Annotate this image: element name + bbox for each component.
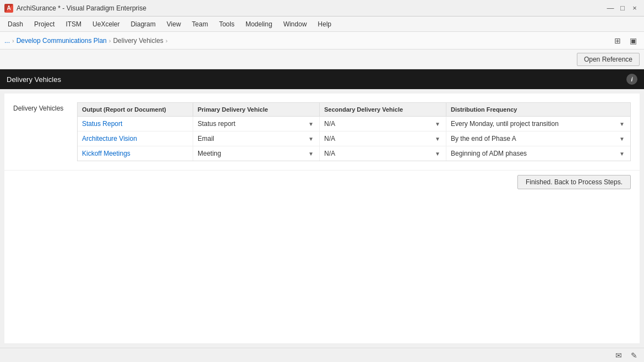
col-primary: Primary Delivery Vehicle bbox=[193, 103, 320, 116]
menu-itsm[interactable]: ITSM bbox=[60, 18, 87, 30]
menu-diagram[interactable]: Diagram bbox=[125, 18, 161, 30]
row1-primary: Status report ▼ bbox=[193, 117, 320, 131]
main-content: Delivery Vehicles Output (Report or Docu… bbox=[4, 94, 640, 170]
row2-primary-dropdown[interactable]: ▼ bbox=[307, 136, 315, 142]
row3-frequency-value: Beginning of ADM phases bbox=[451, 150, 527, 157]
row3-secondary: N/A ▼ bbox=[320, 146, 446, 161]
row3-primary: Meeting ▼ bbox=[193, 146, 320, 161]
title-bar: A ArchiSurance * - Visual Paradigm Enter… bbox=[0, 0, 644, 17]
row3-frequency-dropdown[interactable]: ▼ bbox=[618, 151, 626, 157]
row2-secondary-value: N/A bbox=[324, 135, 335, 142]
row2-primary: Email ▼ bbox=[193, 131, 320, 146]
row1-frequency: Every Monday, until project transition ▼ bbox=[446, 117, 630, 131]
row3-primary-dropdown[interactable]: ▼ bbox=[307, 151, 315, 157]
breadcrumb-icons: ⊞ ▣ bbox=[611, 34, 640, 47]
title-bar-left: A ArchiSurance * - Visual Paradigm Enter… bbox=[4, 4, 146, 13]
edit-status-icon[interactable]: ✎ bbox=[629, 350, 640, 361]
menu-bar: Dash Project ITSM UeXceler Diagram View … bbox=[0, 17, 644, 32]
delivery-vehicles-table: Output (Report or Document) Primary Deli… bbox=[77, 102, 631, 161]
row3-output: Kickoff Meetings bbox=[78, 146, 193, 161]
row2-frequency-value: By the end of Phase A bbox=[451, 135, 516, 142]
row2-output-link[interactable]: Architecture Vision bbox=[82, 135, 137, 142]
side-label: Delivery Vehicles bbox=[13, 102, 68, 161]
footer-area: Finished. Back to Process Steps. bbox=[4, 170, 640, 194]
row1-frequency-value: Every Monday, until project transition bbox=[451, 120, 559, 128]
menu-dash[interactable]: Dash bbox=[2, 18, 29, 30]
toolbar: Open Reference bbox=[0, 50, 644, 69]
row1-secondary-dropdown[interactable]: ▼ bbox=[434, 121, 441, 127]
menu-modeling[interactable]: Modeling bbox=[240, 18, 278, 30]
row3-primary-value: Meeting bbox=[198, 150, 221, 157]
info-icon[interactable]: i bbox=[626, 74, 637, 85]
row2-frequency-dropdown[interactable]: ▼ bbox=[618, 136, 626, 142]
breadcrumb-sep-3: › bbox=[166, 37, 168, 44]
app-icon: A bbox=[4, 4, 13, 13]
content-wrapper: Delivery Vehicles Output (Report or Docu… bbox=[0, 89, 644, 348]
row3-frequency: Beginning of ADM phases ▼ bbox=[446, 146, 630, 161]
row1-frequency-dropdown[interactable]: ▼ bbox=[618, 121, 626, 127]
menu-uexceler[interactable]: UeXceler bbox=[87, 18, 125, 30]
finished-button[interactable]: Finished. Back to Process Steps. bbox=[517, 175, 631, 189]
table-header: Output (Report or Document) Primary Deli… bbox=[78, 103, 630, 117]
table-row: Kickoff Meetings Meeting ▼ N/A ▼ Beginni… bbox=[78, 146, 630, 161]
row2-secondary: N/A ▼ bbox=[320, 131, 446, 146]
breadcrumb-delivery-vehicles: Delivery Vehicles bbox=[113, 37, 163, 45]
app-title: ArchiSurance * - Visual Paradigm Enterpr… bbox=[17, 4, 146, 12]
row1-output: Status Report bbox=[78, 117, 193, 131]
status-bar: ✉ ✎ bbox=[0, 348, 644, 362]
row2-primary-value: Email bbox=[198, 135, 214, 142]
grid-icon-btn[interactable]: ⊞ bbox=[611, 34, 624, 47]
breadcrumb-sep-2: › bbox=[109, 37, 111, 44]
minimize-button[interactable]: — bbox=[605, 3, 615, 13]
row1-secondary: N/A ▼ bbox=[320, 117, 446, 131]
breadcrumb: ... › Develop Communications Plan › Deli… bbox=[4, 37, 168, 45]
section-header: Delivery Vehicles i bbox=[0, 69, 644, 89]
row1-primary-dropdown[interactable]: ▼ bbox=[307, 121, 315, 127]
col-output: Output (Report or Document) bbox=[78, 103, 193, 116]
row1-primary-value: Status report bbox=[198, 120, 236, 128]
row3-output-link[interactable]: Kickoff Meetings bbox=[82, 150, 130, 157]
col-frequency: Distribution Frequency bbox=[446, 103, 630, 116]
breadcrumb-sep-1: › bbox=[12, 37, 14, 44]
layout-icon-btn[interactable]: ▣ bbox=[626, 34, 640, 47]
menu-team[interactable]: Team bbox=[187, 18, 214, 30]
menu-view[interactable]: View bbox=[161, 18, 187, 30]
row3-secondary-dropdown[interactable]: ▼ bbox=[434, 151, 441, 157]
window-controls[interactable]: — □ × bbox=[605, 3, 640, 13]
menu-help[interactable]: Help bbox=[312, 18, 337, 30]
table-row: Status Report Status report ▼ N/A ▼ Ever… bbox=[78, 117, 630, 131]
menu-project[interactable]: Project bbox=[29, 18, 60, 30]
section-title: Delivery Vehicles bbox=[7, 75, 61, 84]
row1-secondary-value: N/A bbox=[324, 120, 335, 128]
menu-tools[interactable]: Tools bbox=[214, 18, 240, 30]
maximize-button[interactable]: □ bbox=[618, 3, 627, 13]
breadcrumb-develop-communications[interactable]: Develop Communications Plan bbox=[17, 37, 107, 45]
breadcrumb-ellipsis[interactable]: ... bbox=[4, 37, 10, 45]
row2-output: Architecture Vision bbox=[78, 131, 193, 146]
row3-secondary-value: N/A bbox=[324, 150, 335, 157]
content-inner: Delivery Vehicles Output (Report or Docu… bbox=[4, 94, 640, 343]
row1-output-link[interactable]: Status Report bbox=[82, 120, 122, 128]
menu-window[interactable]: Window bbox=[278, 18, 313, 30]
col-secondary: Secondary Delivery Vehicle bbox=[320, 103, 446, 116]
row2-frequency: By the end of Phase A ▼ bbox=[446, 131, 630, 146]
row2-secondary-dropdown[interactable]: ▼ bbox=[434, 136, 441, 142]
open-reference-button[interactable]: Open Reference bbox=[577, 53, 640, 66]
close-button[interactable]: × bbox=[630, 3, 640, 13]
email-status-icon[interactable]: ✉ bbox=[613, 350, 624, 361]
breadcrumb-bar: ... › Develop Communications Plan › Deli… bbox=[0, 32, 644, 50]
table-row: Architecture Vision Email ▼ N/A ▼ By the… bbox=[78, 131, 630, 146]
